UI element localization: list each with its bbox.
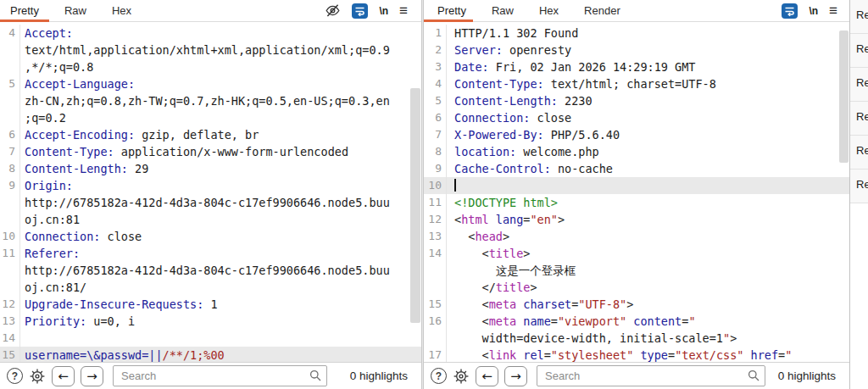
hide-highlights-icon[interactable] (325, 3, 341, 18)
code-text[interactable]: Content-Type: text/html; charset=UTF-8 (447, 75, 716, 92)
code-text[interactable]: http://6785182a-412d-4d3a-804c-c17ef9906… (20, 262, 390, 279)
help-icon[interactable]: ? (7, 368, 23, 384)
code-row[interactable]: 4Accept: (0, 25, 421, 42)
code-text[interactable]: Referer: (20, 245, 80, 262)
code-row[interactable]: 10 (424, 177, 849, 194)
code-text[interactable]: Priority: u=0, i (20, 313, 135, 330)
code-row[interactable]: </title> (424, 279, 849, 296)
code-row[interactable]: 1HTTP/1.1 302 Found (424, 25, 849, 42)
code-text[interactable]: <html lang="en"> (447, 211, 565, 228)
code-text[interactable]: HTTP/1.1 302 Found (447, 25, 578, 42)
code-row[interactable]: 14 <title> (424, 245, 849, 262)
code-text[interactable]: Content-Length: 29 (20, 160, 148, 177)
code-text[interactable]: width=device-width, initial-scale=1"> (447, 330, 737, 347)
tab-raw[interactable]: Raw (64, 4, 86, 17)
code-row[interactable]: 4Content-Type: text/html; charset=UTF-8 (424, 75, 849, 92)
code-row[interactable]: 13Priority: u=0, i (0, 313, 421, 330)
code-row[interactable]: 10Connection: close (0, 228, 421, 245)
code-row[interactable]: oj.cn:81 (0, 211, 421, 228)
tab-render[interactable]: Render (584, 4, 620, 17)
code-row[interactable]: 3Date: Fri, 02 Jan 2026 14:29:19 GMT (424, 58, 849, 75)
code-row[interactable]: 6Accept-Encoding: gzip, deflate, br (0, 126, 421, 143)
menu-icon[interactable]: ≡ (829, 3, 837, 18)
next-match-button[interactable]: → (504, 366, 527, 386)
code-text[interactable]: http://6785182a-412d-4d3a-804c-c17ef9906… (20, 194, 390, 211)
code-row[interactable]: ;q=0.2 (0, 109, 421, 126)
code-row[interactable]: text/html,application/xhtml+xml,applicat… (0, 42, 421, 58)
code-row[interactable]: http://6785182a-412d-4d3a-804c-c17ef9906… (0, 194, 421, 211)
code-row[interactable]: 12<html lang="en"> (424, 211, 849, 228)
code-text[interactable]: <title> (447, 245, 530, 262)
code-text[interactable]: <head> (447, 228, 509, 245)
code-text[interactable]: 这是一个登录框 (447, 262, 576, 279)
code-row[interactable]: 这是一个登录框 (424, 262, 849, 279)
code-text[interactable]: Connection: close (20, 228, 142, 245)
code-row[interactable]: 2Server: openresty (424, 42, 849, 58)
code-text[interactable]: Accept: (20, 25, 73, 42)
code-row[interactable]: ,*/*;q=0.8 (0, 58, 421, 75)
code-text[interactable]: <!DOCTYPE html> (447, 194, 558, 211)
tab-pretty[interactable]: Pretty (437, 4, 466, 17)
code-text[interactable]: oj.cn:81/ (20, 279, 86, 296)
code-text[interactable]: text/html,application/xhtml+xml,applicat… (20, 42, 390, 58)
code-text[interactable]: ;q=0.2 (20, 109, 66, 126)
code-row[interactable]: 15username=\&passwd=||/**/1;%00 (0, 347, 421, 362)
code-text[interactable]: X-Powered-By: PHP/5.6.40 (447, 126, 620, 143)
code-text[interactable]: Server: openresty (447, 42, 571, 58)
code-text[interactable]: Content-Type: application/x-www-form-url… (20, 143, 348, 160)
code-text[interactable]: Cache-Control: no-cache (447, 160, 613, 177)
code-row[interactable]: 12Upgrade-Insecure-Requests: 1 (0, 296, 421, 313)
help-icon[interactable]: ? (431, 368, 447, 384)
menu-icon[interactable]: ≡ (399, 3, 408, 18)
inspector-item[interactable]: Re (850, 102, 868, 136)
soft-wrap-icon[interactable] (782, 3, 798, 19)
code-text[interactable]: Accept-Encoding: gzip, deflate, br (20, 126, 259, 143)
code-row[interactable]: 14 (0, 330, 421, 347)
code-text[interactable]: oj.cn:81 (20, 211, 80, 228)
inspector-item[interactable]: Re (850, 169, 868, 203)
soft-wrap-icon[interactable] (352, 3, 368, 19)
code-row[interactable]: 8location: welcome.php (424, 143, 849, 160)
code-row[interactable]: 11Referer: (0, 245, 421, 262)
next-match-button[interactable]: → (81, 366, 103, 386)
code-row[interactable]: 5Accept-Language: (0, 75, 421, 92)
code-text[interactable]: Upgrade-Insecure-Requests: 1 (20, 296, 218, 313)
code-text[interactable]: <meta charset="UTF-8"> (447, 296, 633, 313)
code-text[interactable]: Origin: (20, 177, 73, 194)
inspector-item[interactable]: Re (850, 0, 868, 34)
code-text[interactable]: <link rel="stylesheet" type="text/css" h… (447, 347, 792, 362)
code-text[interactable]: zh-CN,zh;q=0.8,zh-TW;q=0.7,zh-HK;q=0.5,e… (20, 92, 390, 109)
code-text[interactable]: Content-Length: 2230 (447, 92, 593, 109)
inspector-item[interactable]: Re (850, 34, 868, 68)
code-text[interactable]: <meta name="viewport" content=" (447, 313, 696, 330)
settings-gear-icon[interactable] (453, 368, 470, 385)
request-code[interactable]: 4Accept:text/html,application/xhtml+xml,… (0, 22, 421, 362)
code-text[interactable]: ,*/*;q=0.8 (20, 58, 93, 75)
code-row[interactable]: http://6785182a-412d-4d3a-804c-c17ef9906… (0, 262, 421, 279)
code-row[interactable]: 17 <link rel="stylesheet" type="text/css… (424, 347, 849, 362)
code-text[interactable]: Accept-Language: (20, 75, 135, 92)
response-code[interactable]: 1HTTP/1.1 302 Found2Server: openresty3Da… (424, 22, 849, 362)
code-text[interactable] (447, 177, 456, 194)
code-row[interactable]: 7X-Powered-By: PHP/5.6.40 (424, 126, 849, 143)
code-row[interactable]: 6Connection: close (424, 109, 849, 126)
prev-match-button[interactable]: ← (476, 366, 498, 386)
code-row[interactable]: 15 <meta charset="UTF-8"> (424, 296, 849, 313)
search-input[interactable] (113, 365, 327, 386)
code-row[interactable]: oj.cn:81/ (0, 279, 421, 296)
code-text[interactable]: </title> (447, 279, 537, 296)
tab-hex[interactable]: Hex (112, 4, 131, 17)
code-text[interactable]: username=\&passwd=||/**/1;%00 (20, 347, 225, 362)
code-row[interactable]: width=device-width, initial-scale=1"> (424, 330, 849, 347)
code-text[interactable]: Date: Fri, 02 Jan 2026 14:29:19 GMT (447, 58, 695, 75)
code-row[interactable]: 13 <head> (424, 228, 849, 245)
settings-gear-icon[interactable] (29, 368, 46, 385)
code-row[interactable]: 8Content-Length: 29 (0, 160, 421, 177)
code-text[interactable] (20, 330, 25, 347)
tab-pretty[interactable]: Pretty (10, 4, 39, 17)
inspector-item[interactable]: Re (850, 68, 868, 102)
code-row[interactable]: 11<!DOCTYPE html> (424, 194, 849, 211)
request-scrollbar[interactable] (410, 88, 420, 323)
tab-hex[interactable]: Hex (539, 4, 559, 17)
code-text[interactable]: location: welcome.php (447, 143, 599, 160)
